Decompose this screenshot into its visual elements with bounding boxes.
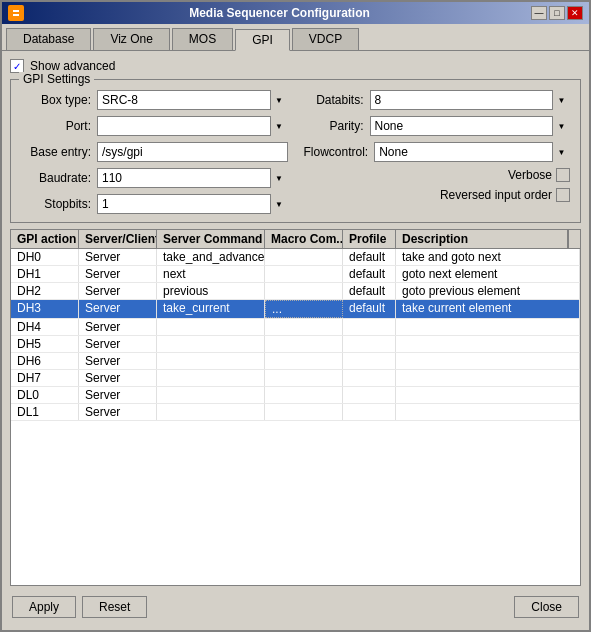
cell-profile — [343, 353, 396, 369]
table-header: GPI action Server/Client Server Command … — [11, 230, 580, 249]
cell-action: DH4 — [11, 319, 79, 335]
close-button[interactable]: Close — [514, 596, 579, 618]
cell-server-command — [157, 336, 265, 352]
databits-select-wrapper: 8 ▼ — [370, 90, 571, 110]
base-entry-input[interactable] — [97, 142, 288, 162]
box-type-select-wrapper: SRC-8 ▼ — [97, 90, 288, 110]
cell-macro-command — [265, 353, 343, 369]
cell-description: goto previous element — [396, 283, 580, 299]
port-select-wrapper: ▼ — [97, 116, 288, 136]
box-type-select[interactable]: SRC-8 — [97, 90, 288, 110]
gpi-settings-title: GPI Settings — [19, 72, 94, 86]
title-bar: Media Sequencer Configuration — □ ✕ — [2, 2, 589, 24]
reset-button[interactable]: Reset — [82, 596, 147, 618]
cell-macro-command — [265, 370, 343, 386]
table-body[interactable]: DH0 Server take_and_advance default take… — [11, 249, 580, 585]
parity-select-wrapper: None ▼ — [370, 116, 571, 136]
cell-macro-command — [265, 283, 343, 299]
table-row[interactable]: DH2 Server previous default goto previou… — [11, 283, 580, 300]
cell-server-client: Server — [79, 319, 157, 335]
cell-description: take and goto next — [396, 249, 580, 265]
tab-mos[interactable]: MOS — [172, 28, 233, 50]
cell-server-client: Server — [79, 336, 157, 352]
verbose-label: Verbose — [508, 168, 552, 182]
cell-action: DH2 — [11, 283, 79, 299]
cell-server-client: Server — [79, 249, 157, 265]
table-row[interactable]: DH1 Server next default goto next elemen… — [11, 266, 580, 283]
table-row[interactable]: DH6 Server — [11, 353, 580, 370]
baudrate-row: Baudrate: 110 ▼ — [21, 168, 288, 188]
table-row[interactable]: DH5 Server — [11, 336, 580, 353]
th-macro-command: Macro Com... — [265, 230, 343, 248]
tab-vdcp[interactable]: VDCP — [292, 28, 359, 50]
cell-macro-command — [265, 266, 343, 282]
port-select[interactable] — [97, 116, 288, 136]
cell-profile — [343, 370, 396, 386]
parity-select[interactable]: None — [370, 116, 571, 136]
tab-bar: Database Viz One MOS GPI VDCP — [2, 24, 589, 51]
main-content: ✓ Show advanced GPI Settings Box type: S… — [2, 51, 589, 630]
baudrate-select-wrapper: 110 ▼ — [97, 168, 288, 188]
verbose-checkbox[interactable] — [556, 168, 570, 182]
flowcontrol-row: Flowcontrol: None ▼ — [304, 142, 571, 162]
maximize-button[interactable]: □ — [549, 6, 565, 20]
app-icon — [8, 5, 24, 21]
port-row: Port: ▼ — [21, 116, 288, 136]
table-row-selected[interactable]: DH3 Server take_current ... default take… — [11, 300, 580, 319]
th-description: Description — [396, 230, 568, 248]
window-title: Media Sequencer Configuration — [28, 6, 531, 20]
th-server-client: Server/Client — [79, 230, 157, 248]
window-close-button[interactable]: ✕ — [567, 6, 583, 20]
cell-server-command — [157, 370, 265, 386]
cell-server-command: previous — [157, 283, 265, 299]
cell-profile: default — [343, 300, 396, 318]
cell-description — [396, 404, 580, 420]
cell-server-client: Server — [79, 266, 157, 282]
cell-action: DH6 — [11, 353, 79, 369]
cell-server-command — [157, 319, 265, 335]
cell-action: DH3 — [11, 300, 79, 318]
cell-description — [396, 319, 580, 335]
apply-button[interactable]: Apply — [12, 596, 76, 618]
cell-action: DL0 — [11, 387, 79, 403]
flowcontrol-label: Flowcontrol: — [304, 145, 369, 159]
base-entry-label: Base entry: — [21, 145, 91, 159]
footer-buttons: Apply Reset Close — [10, 592, 581, 622]
show-advanced-label: Show advanced — [30, 59, 115, 73]
reversed-input-order-checkbox[interactable] — [556, 188, 570, 202]
cell-server-command: take_current — [157, 300, 265, 318]
databits-row: Databits: 8 ▼ — [304, 90, 571, 110]
table-body-wrapper: DH0 Server take_and_advance default take… — [11, 249, 580, 585]
databits-label: Databits: — [304, 93, 364, 107]
stopbits-label: Stopbits: — [21, 197, 91, 211]
th-profile: Profile — [343, 230, 396, 248]
tab-viz-one[interactable]: Viz One — [93, 28, 169, 50]
stopbits-select[interactable]: 1 — [97, 194, 288, 214]
show-advanced-checkbox[interactable]: ✓ — [10, 59, 24, 73]
th-gpi-action: GPI action — [11, 230, 79, 248]
table-row[interactable]: DH0 Server take_and_advance default take… — [11, 249, 580, 266]
tab-database[interactable]: Database — [6, 28, 91, 50]
baudrate-label: Baudrate: — [21, 171, 91, 185]
main-window: Media Sequencer Configuration — □ ✕ Data… — [0, 0, 591, 632]
stopbits-row: Stopbits: 1 ▼ — [21, 194, 288, 214]
table-row[interactable]: DH7 Server — [11, 370, 580, 387]
parity-row: Parity: None ▼ — [304, 116, 571, 136]
cell-description — [396, 387, 580, 403]
cell-macro-command: ... — [265, 300, 343, 318]
cell-macro-command — [265, 387, 343, 403]
table-row[interactable]: DL0 Server — [11, 387, 580, 404]
databits-select[interactable]: 8 — [370, 90, 571, 110]
tab-gpi[interactable]: GPI — [235, 29, 290, 51]
baudrate-select[interactable]: 110 — [97, 168, 288, 188]
table-row[interactable]: DL1 Server — [11, 404, 580, 421]
reversed-input-order-row: Reversed input order — [304, 188, 571, 202]
cell-server-command: next — [157, 266, 265, 282]
table-row[interactable]: DH4 Server — [11, 319, 580, 336]
box-type-row: Box type: SRC-8 ▼ — [21, 90, 288, 110]
cell-profile: default — [343, 266, 396, 282]
cell-action: DL1 — [11, 404, 79, 420]
cell-server-client: Server — [79, 283, 157, 299]
flowcontrol-select[interactable]: None — [374, 142, 570, 162]
minimize-button[interactable]: — — [531, 6, 547, 20]
